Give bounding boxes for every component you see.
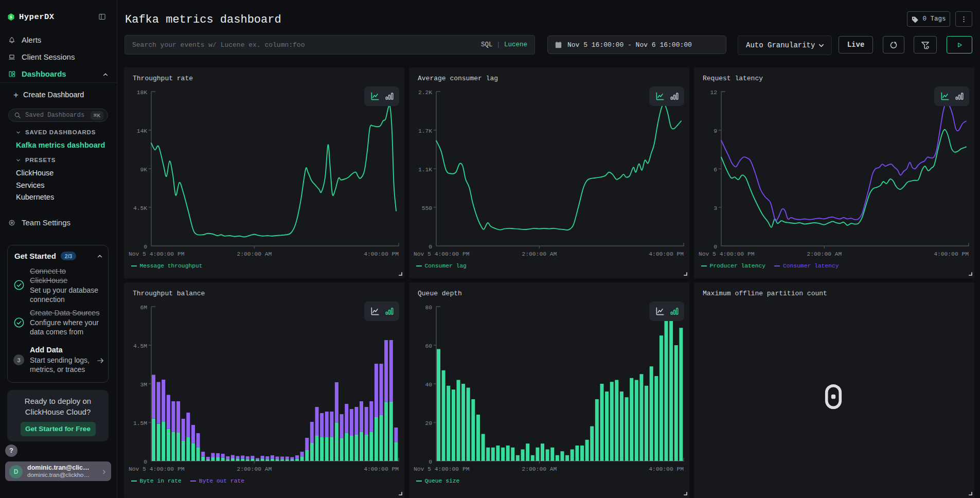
svg-text:4:00:00 PM: 4:00:00 PM xyxy=(934,251,969,257)
svg-text:14K: 14K xyxy=(137,128,148,134)
svg-text:40: 40 xyxy=(425,382,432,388)
svg-text:Nov 5 4:00:00 PM: Nov 5 4:00:00 PM xyxy=(129,251,185,257)
svg-text:0: 0 xyxy=(429,459,432,465)
svg-text:1.1K: 1.1K xyxy=(418,167,432,173)
svg-text:Nov 5 4:00:00 PM: Nov 5 4:00:00 PM xyxy=(414,251,470,257)
svg-text:1.5M: 1.5M xyxy=(133,420,147,426)
svg-text:6: 6 xyxy=(714,167,717,173)
svg-text:3: 3 xyxy=(714,205,717,211)
svg-text:Nov 5 4:00:00 PM: Nov 5 4:00:00 PM xyxy=(129,466,185,472)
svg-text:2:00:00 AM: 2:00:00 AM xyxy=(807,251,842,257)
svg-text:9: 9 xyxy=(714,128,717,134)
svg-text:4:00:00 PM: 4:00:00 PM xyxy=(649,251,684,257)
svg-text:Nov 5 4:00:00 PM: Nov 5 4:00:00 PM xyxy=(699,251,755,257)
svg-text:2:00:00 AM: 2:00:00 AM xyxy=(522,466,557,472)
svg-text:Nov 5 4:00:00 PM: Nov 5 4:00:00 PM xyxy=(414,466,470,472)
svg-text:80: 80 xyxy=(425,305,432,311)
svg-text:0: 0 xyxy=(144,244,147,250)
svg-text:0: 0 xyxy=(714,244,717,250)
svg-text:4:00:00 PM: 4:00:00 PM xyxy=(364,251,399,257)
svg-text:550: 550 xyxy=(422,205,433,211)
svg-text:0: 0 xyxy=(144,459,147,465)
svg-text:20: 20 xyxy=(425,420,432,426)
svg-text:12: 12 xyxy=(710,90,717,96)
svg-text:0: 0 xyxy=(429,244,432,250)
svg-text:4.5M: 4.5M xyxy=(133,343,147,349)
svg-text:4.5K: 4.5K xyxy=(133,205,147,211)
svg-text:2:00:00 AM: 2:00:00 AM xyxy=(237,251,272,257)
svg-text:60: 60 xyxy=(425,343,432,349)
svg-text:3M: 3M xyxy=(140,382,147,388)
svg-text:6M: 6M xyxy=(140,305,147,311)
svg-text:18K: 18K xyxy=(137,90,148,96)
svg-text:9K: 9K xyxy=(140,167,147,173)
svg-text:4:00:00 PM: 4:00:00 PM xyxy=(364,466,399,472)
svg-text:1.7K: 1.7K xyxy=(418,128,432,134)
svg-text:2:00:00 AM: 2:00:00 AM xyxy=(237,466,272,472)
svg-text:4:00:00 PM: 4:00:00 PM xyxy=(649,466,684,472)
svg-text:2:00:00 AM: 2:00:00 AM xyxy=(522,251,557,257)
svg-text:2.2K: 2.2K xyxy=(418,90,432,96)
